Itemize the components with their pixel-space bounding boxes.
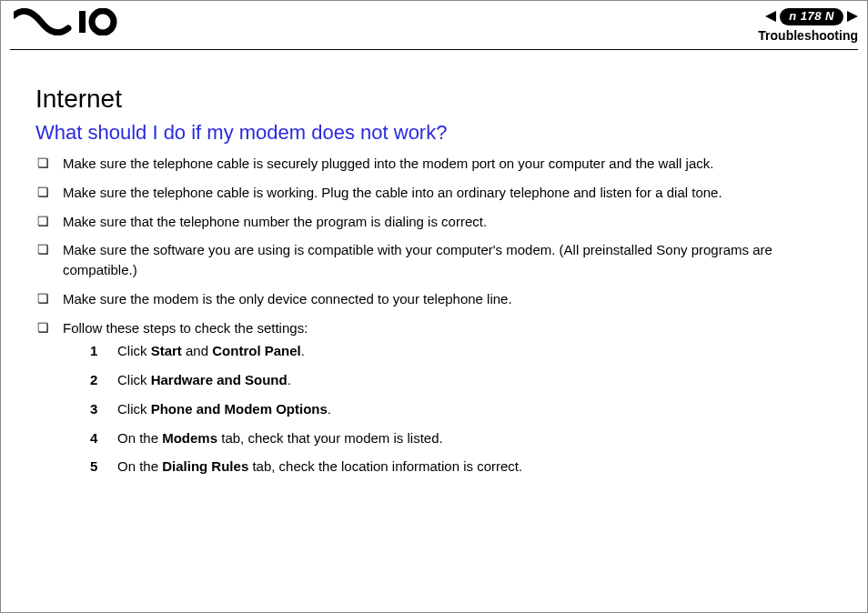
svg-point-1 xyxy=(92,11,114,33)
list-item-text: Follow these steps to check the settings… xyxy=(63,320,308,336)
step-item: Click Phone and Modem Options. xyxy=(90,399,840,428)
list-item: Make sure the software you are using is … xyxy=(35,240,840,289)
bullet-list: Make sure the telephone cable is securel… xyxy=(35,154,840,495)
page-number: 178 xyxy=(801,9,822,23)
content-area: Internet What should I do if my modem do… xyxy=(1,50,867,495)
page-title: Internet xyxy=(35,85,840,114)
step-item: On the Dialing Rules tab, check the loca… xyxy=(90,457,840,486)
list-item: Follow these steps to check the settings… xyxy=(35,318,840,496)
list-item: Make sure the modem is the only device c… xyxy=(35,289,840,318)
document-page: n 178 N Troubleshooting Internet What sh… xyxy=(0,0,868,613)
prev-page-arrow-icon[interactable] xyxy=(765,11,776,22)
section-label: Troubleshooting xyxy=(758,27,858,44)
list-item: Make sure the telephone cable is working… xyxy=(35,183,840,212)
page-nav: n 178 N Troubleshooting xyxy=(758,8,858,44)
page-header: n 178 N Troubleshooting xyxy=(1,1,867,44)
step-item: On the Modems tab, check that your modem… xyxy=(90,428,840,457)
next-page-arrow-icon[interactable] xyxy=(847,11,858,22)
svg-rect-0 xyxy=(79,11,86,33)
step-item: Click Start and Control Panel. xyxy=(90,341,840,370)
list-item: Make sure that the telephone number the … xyxy=(35,212,840,241)
list-item: Make sure the telephone cable is securel… xyxy=(35,154,840,183)
vaio-logo xyxy=(14,8,132,35)
step-item: Click Hardware and Sound. xyxy=(90,370,840,399)
page-subtitle: What should I do if my modem does not wo… xyxy=(35,121,840,145)
steps-list: Click Start and Control Panel. Click Har… xyxy=(90,341,840,486)
vaio-logo-svg xyxy=(14,8,132,35)
page-number-pill: n 178 N xyxy=(780,8,843,25)
